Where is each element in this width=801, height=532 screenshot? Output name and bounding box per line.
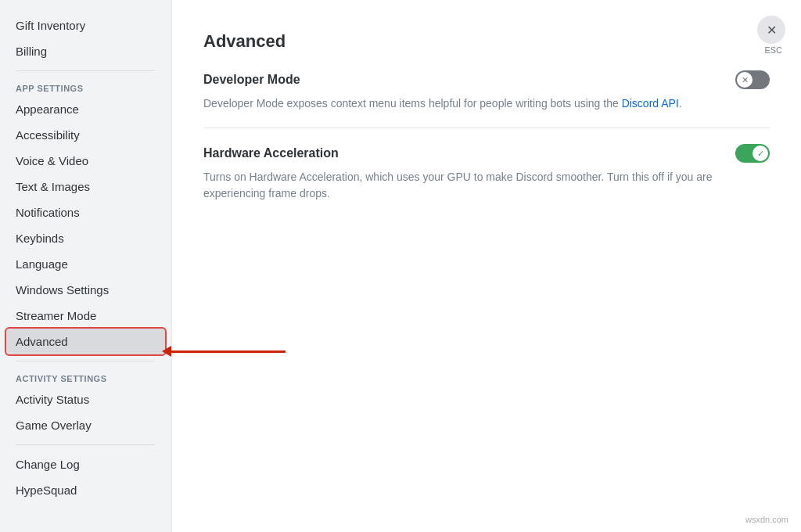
hardware-acceleration-toggle-knob: ✓ — [753, 146, 768, 161]
setting-hardware-acceleration: Hardware Acceleration ✓ Turns on Hardwar… — [203, 144, 770, 202]
hardware-acceleration-toggle[interactable]: ✓ — [735, 144, 770, 163]
sidebar-item-keybinds[interactable]: Keybinds — [6, 225, 165, 251]
sidebar-divider-1 — [16, 70, 156, 71]
close-icon: ✕ — [767, 23, 777, 38]
developer-mode-description: Developer Mode exposes context menu item… — [203, 95, 735, 112]
hardware-acceleration-label: Hardware Acceleration — [203, 146, 339, 160]
sidebar-item-activity-status[interactable]: Activity Status — [6, 386, 165, 412]
hardware-acceleration-toggle-icon: ✓ — [757, 149, 764, 159]
sidebar-item-billing[interactable]: Billing — [6, 38, 165, 64]
app-settings-section-label: APP SETTINGS — [6, 77, 165, 96]
activity-settings-section-label: ACTIVITY SETTINGS — [6, 368, 165, 386]
hardware-acceleration-row: Hardware Acceleration ✓ — [203, 144, 770, 163]
sidebar-divider-3 — [16, 444, 156, 445]
watermark: wsxdn.com — [745, 515, 788, 524]
hardware-acceleration-description: Turns on Hardware Acceleration, which us… — [203, 169, 735, 202]
sidebar-item-hypesquad[interactable]: HypeSquad — [6, 477, 165, 503]
developer-mode-toggle[interactable]: ✕ — [735, 70, 770, 89]
setting-developer-mode: Developer Mode ✕ Developer Mode exposes … — [203, 70, 770, 112]
main-content: ✕ ESC Advanced Developer Mode ✕ Develope… — [172, 0, 801, 532]
discord-api-link[interactable]: Discord API — [622, 97, 679, 110]
sidebar-item-change-log[interactable]: Change Log — [6, 451, 165, 477]
developer-mode-label: Developer Mode — [203, 73, 300, 87]
sidebar-item-game-overlay[interactable]: Game Overlay — [6, 412, 165, 438]
sidebar-item-notifications[interactable]: Notifications — [6, 200, 165, 225]
sidebar-item-language[interactable]: Language — [6, 251, 165, 277]
sidebar-item-voice-video[interactable]: Voice & Video — [6, 148, 165, 174]
settings-divider — [203, 128, 770, 128]
sidebar-item-accessibility[interactable]: Accessibility — [6, 122, 165, 148]
developer-mode-row: Developer Mode ✕ — [203, 70, 770, 89]
sidebar: Gift Inventory Billing APP SETTINGS Appe… — [0, 0, 172, 532]
sidebar-item-streamer-mode[interactable]: Streamer Mode — [6, 303, 165, 329]
close-button[interactable]: ✕ — [757, 16, 785, 44]
sidebar-divider-2 — [16, 361, 156, 361]
developer-mode-toggle-knob: ✕ — [737, 72, 753, 88]
developer-mode-toggle-icon: ✕ — [742, 75, 749, 85]
sidebar-item-appearance[interactable]: Appearance — [6, 96, 165, 122]
esc-label: ESC — [764, 45, 782, 55]
sidebar-item-advanced[interactable]: Advanced — [6, 329, 165, 354]
sidebar-item-text-images[interactable]: Text & Images — [6, 174, 165, 200]
page-title: Advanced — [203, 31, 770, 52]
sidebar-item-windows-settings[interactable]: Windows Settings — [6, 277, 165, 303]
sidebar-item-gift-inventory[interactable]: Gift Inventory — [6, 13, 165, 38]
